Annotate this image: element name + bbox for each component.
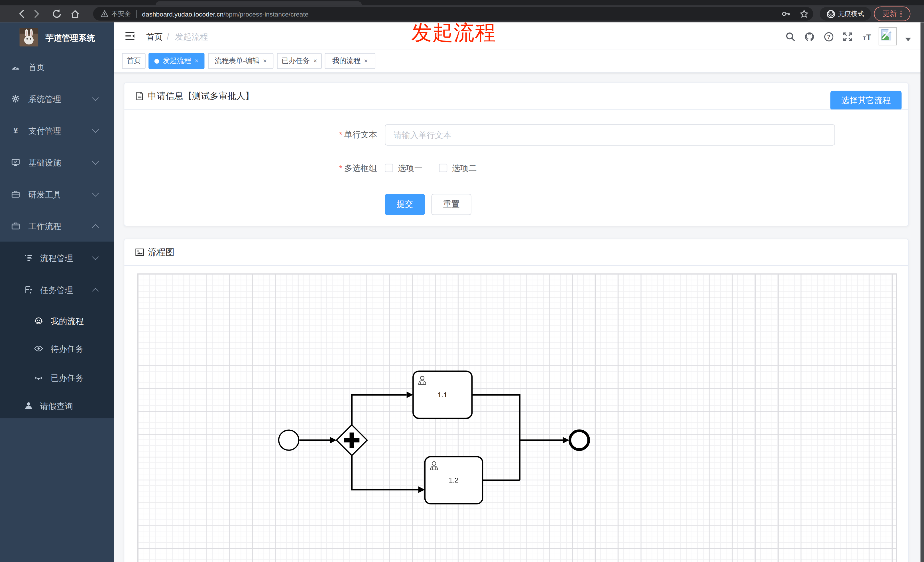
sidebar-collapse-icon[interactable] [125,31,135,41]
task-label: 1.1 [438,391,447,399]
font-size-icon[interactable]: T T [862,32,872,42]
checkbox-label[interactable]: 选项一 [398,163,423,174]
sidebar-item-my-process[interactable]: 我的流程 [0,313,114,330]
tab-my-process[interactable]: 我的流程 × [325,53,375,69]
sidebar-item-system[interactable]: 系统管理 [0,91,114,107]
checkbox-option-2[interactable] [439,164,447,172]
sidebar-item-home[interactable]: 首页 [0,59,114,75]
checkbox-option-1[interactable] [385,164,393,172]
breadcrumb-separator: / [167,32,169,41]
sidebar-item-infrastructure[interactable]: 基础设施 [0,154,114,171]
sidebar-item-devtools[interactable]: 研发工具 [0,186,114,202]
sidebar-item-payment[interactable]: ¥ 支付管理 [0,123,114,139]
avatar[interactable] [879,27,897,45]
browser-menu-icon[interactable] [900,10,902,17]
face-icon [34,316,43,325]
svg-text:T: T [863,35,866,41]
tab-close-icon[interactable]: × [314,58,317,64]
github-icon[interactable] [804,32,814,42]
active-dot-icon [154,59,159,64]
tab-home[interactable]: 首页 [122,53,146,69]
update-button[interactable]: 更新 [874,6,910,21]
chevron-down-icon [92,126,99,133]
sidebar-item-todo-tasks[interactable]: 待办任务 [0,340,114,357]
fullscreen-icon[interactable] [843,32,853,42]
sidebar-item-label: 支付管理 [28,126,61,136]
tab-done-tasks[interactable]: 已办任务 × [277,53,322,69]
briefcase-icon [11,190,20,199]
image-icon [135,247,144,257]
reset-button[interactable]: 重置 [431,194,471,215]
avatar-caret-icon[interactable] [905,37,911,41]
bpmn-diagram: 1.1 1.2 [138,274,897,562]
chevron-up-icon [92,288,99,294]
submit-button[interactable]: 提交 [385,194,425,215]
forward-icon[interactable] [32,9,41,19]
sidebar-item-label: 已办任务 [51,373,84,384]
sidebar-item-label: 基础设施 [28,158,61,168]
sidebar-item-done-tasks[interactable]: 已办任务 [0,369,114,386]
bpmn-start-event[interactable] [279,430,299,450]
search-icon[interactable] [786,32,795,42]
password-key-icon[interactable] [782,9,790,18]
choose-other-process-button[interactable]: 选择其它流程 [830,91,902,110]
sidebar-logo-row[interactable]: 芋道管理系统 [0,27,114,50]
gear-icon [11,94,20,103]
bookmark-star-icon[interactable] [800,9,808,18]
chevron-down-icon [92,158,99,165]
document-icon [135,91,144,100]
sidebar-item-label: 工作流程 [28,222,61,232]
chevron-down-icon [92,254,99,260]
checkbox-label[interactable]: 选项二 [452,163,477,174]
scrollbar[interactable] [921,22,924,562]
app-title: 芋道管理系统 [45,33,95,43]
field-label-checkbox-group: *多选框组 [339,163,377,174]
user-icon [24,401,33,410]
broken-image-icon [880,29,892,40]
back-icon[interactable] [17,9,27,19]
sidebar-item-process-mgmt[interactable]: 流程管理 [0,250,114,267]
update-label: 更新 [883,9,897,19]
tab-label: 发起流程 [163,56,191,66]
tab-close-icon[interactable]: × [195,58,198,64]
tab-label: 我的流程 [332,56,360,66]
chevron-down-icon [92,190,99,196]
tab-close-icon[interactable]: × [364,58,368,64]
sidebar-item-label: 请假查询 [40,401,73,412]
briefcase-icon [11,222,20,230]
field-label-single-text: *单行文本 [339,130,377,140]
bpmn-end-event[interactable] [570,431,588,450]
sidebar-item-label: 系统管理 [28,94,61,105]
task-label: 1.2 [449,476,459,484]
help-icon[interactable]: ? [824,32,834,42]
single-text-input[interactable] [385,124,835,145]
tab-process-form-edit[interactable]: 流程表单-编辑 × [208,53,274,69]
sidebar-item-workflow[interactable]: 工作流程 [0,218,114,235]
tab-label: 已办任务 [282,56,310,66]
required-marker: * [339,163,342,173]
sidebar-item-task-mgmt[interactable]: 任务管理 [0,282,114,298]
home-icon[interactable] [70,9,80,19]
security-label[interactable]: 不安全 [111,9,131,18]
breadcrumb-home[interactable]: 首页 [146,32,163,42]
bpmn-canvas[interactable]: 1.1 1.2 [137,273,897,562]
main-area: 首页 / 发起流程 ? T [114,22,924,562]
sidebar-item-label: 我的流程 [51,316,84,327]
reload-icon[interactable] [52,9,62,19]
sidebar-item-label: 研发工具 [28,190,61,200]
tab-close-icon[interactable]: × [263,58,267,64]
incognito-badge[interactable]: 无痕模式 [820,7,871,21]
monitor-icon [11,158,20,167]
eye-open-icon [34,344,43,353]
breadcrumb-current: 发起流程 [175,32,208,42]
screenshot-stage: 不安全 dashboard.yudao.iocoder.cn/bpm/proce… [0,0,924,562]
app-header: 首页 / 发起流程 ? T [114,22,924,49]
url-divider [136,10,137,18]
sidebar-item-leave-query[interactable]: 请假查询 [0,398,114,414]
sidebar-item-label: 首页 [28,62,45,73]
browser-active-tab[interactable] [156,1,362,5]
tab-launch-process[interactable]: 发起流程 × [148,53,204,69]
tags-view-bar: 首页 发起流程 × 流程表单-编辑 × 已办任务 × 我的流程 × [114,49,924,73]
annotation-text: 发起流程 [411,19,496,46]
dashboard-icon [11,62,20,71]
